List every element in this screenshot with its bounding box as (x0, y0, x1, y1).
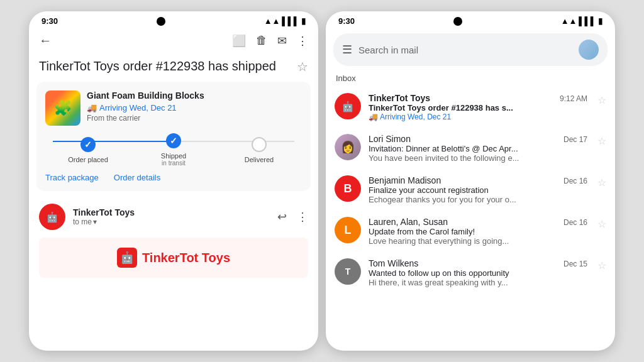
item-header-tom: Tom Wilkens Dec 15 (369, 258, 587, 268)
user-avatar[interactable] (579, 40, 599, 60)
package-carrier: From the carrier (87, 114, 204, 123)
item-content-benjamin: Benjamin Madison Dec 16 Finalize your ac… (369, 175, 587, 204)
email-item-lauren[interactable]: L Lauren, Alan, Susan Dec 16 Update from… (326, 211, 615, 252)
star-lori[interactable]: ☆ (597, 135, 606, 147)
step-order-placed: ✓ Order placed (45, 137, 131, 163)
package-name: Giant Foam Building Blocks (87, 90, 204, 101)
item-subject-benjamin: Finalize your account registration (369, 185, 587, 195)
delete-icon[interactable]: 🗑 (256, 34, 267, 47)
email-brand-banner: 🤖 TinkerTot Toys (39, 238, 308, 278)
truck-icon-list: 🚚 (369, 112, 378, 121)
sender-actions: ↩ ⋮ (277, 210, 308, 224)
item-preview-lori: You have been invited to the following e… (369, 153, 587, 163)
reply-icon[interactable]: ↩ (277, 210, 287, 224)
item-name-lori: Lori Simon (369, 134, 411, 144)
mail-icon[interactable]: ✉ (277, 34, 287, 48)
item-name-tom: Tom Wilkens (369, 258, 418, 268)
phone-email-detail: 9:30 ▲▲ ▌▌▌ ▮ ← ⬜ 🗑 ✉ ⋮ TinkerTot Toys o… (29, 11, 318, 351)
avatar-tom: T (335, 258, 361, 285)
email-item-benjamin[interactable]: B Benjamin Madison Dec 16 Finalize your … (326, 169, 615, 211)
item-header-lauren: Lauren, Alan, Susan Dec 16 (369, 217, 587, 227)
check-icon-2: ✓ (170, 136, 177, 146)
package-header: 🧩 Giant Foam Building Blocks 🚚 Arriving … (45, 90, 302, 126)
email-item-lori[interactable]: 👩 Lori Simon Dec 17 Invitation: Dinner a… (326, 128, 615, 169)
truck-icon: 🚚 (87, 103, 97, 112)
avatar-tinkertot: 🤖 (335, 93, 361, 119)
item-arriving-tinkertot: 🚚 Arriving Wed, Dec 21 (369, 112, 587, 121)
time-2: 9:30 (338, 16, 355, 26)
item-preview-tom: Hi there, it was great speaking with y..… (369, 278, 587, 287)
email-list: 🤖 TinkerTot Toys 9:12 AM TinkerTot Toys … (326, 87, 615, 351)
camera-dot-2 (453, 17, 462, 26)
tracking-links: Track package Order details (45, 173, 302, 182)
more-icon[interactable]: ⋮ (297, 34, 308, 48)
sender-to[interactable]: to me ▾ (73, 217, 270, 226)
brand-logo-icon: 🤖 (117, 248, 137, 268)
step-circle-1: ✓ (80, 137, 96, 152)
email-subject-text: TinkerTot Toys order #122938 has shipped (39, 58, 292, 74)
brand-name: TinkerTot Toys (142, 251, 230, 265)
email-item-tom[interactable]: T Tom Wilkens Dec 15 Wanted to follow up… (326, 252, 615, 293)
lori-avatar-inner: 👩 (335, 134, 361, 160)
package-info: Giant Foam Building Blocks 🚚 Arriving We… (87, 90, 204, 123)
sender-avatar: 🤖 (39, 204, 65, 230)
step-circle-3 (252, 137, 267, 152)
item-name-benjamin: Benjamin Madison (369, 175, 441, 185)
star-tom[interactable]: ☆ (597, 260, 606, 272)
search-bar[interactable]: ☰ Search in mail (333, 33, 608, 66)
item-time-tom: Dec 15 (564, 260, 587, 268)
camera-dot-1 (157, 17, 165, 26)
battery-icon-1: ▮ (301, 16, 306, 26)
wifi-icon-2: ▲▲ (561, 16, 577, 26)
tracking-container: ✓ Order placed ✓ Shipped in transit Deli… (45, 133, 302, 167)
status-bar-2: 9:30 ▲▲ ▌▌▌ ▮ (326, 11, 615, 28)
item-subject-tom: Wanted to follow up on this opportunity (369, 268, 587, 278)
email-subject-area: TinkerTot Toys order #122938 has shipped… (29, 53, 318, 82)
item-content-tom: Tom Wilkens Dec 15 Wanted to follow up o… (369, 258, 587, 287)
star-button[interactable]: ☆ (297, 59, 308, 74)
step-label-1: Order placed (68, 156, 108, 163)
signal-icon-2: ▌▌▌ (579, 16, 596, 26)
status-icons-2: ▲▲ ▌▌▌ ▮ (561, 16, 602, 26)
sender-name: TinkerTot Toys (73, 207, 270, 217)
item-content-lori: Lori Simon Dec 17 Invitation: Dinner at … (369, 134, 587, 163)
sender-more-icon[interactable]: ⋮ (297, 210, 308, 224)
back-button[interactable]: ← (39, 33, 52, 48)
order-details-link[interactable]: Order details (114, 173, 160, 182)
sender-info: TinkerTot Toys to me ▾ (73, 207, 270, 226)
phones-container: 9:30 ▲▲ ▌▌▌ ▮ ← ⬜ 🗑 ✉ ⋮ TinkerTot Toys o… (0, 0, 644, 362)
item-content-tinkertot: TinkerTot Toys 9:12 AM TinkerTot Toys or… (369, 93, 587, 121)
item-header-tinkertot: TinkerTot Toys 9:12 AM (369, 93, 587, 103)
search-input[interactable]: Search in mail (358, 45, 572, 55)
step-sublabel-2: in transit (162, 160, 186, 167)
archive-icon[interactable]: ⬜ (232, 34, 246, 48)
item-time-tinkertot: 9:12 AM (560, 94, 587, 103)
item-time-lori: Dec 17 (564, 135, 587, 144)
item-header-benjamin: Benjamin Madison Dec 16 (369, 175, 587, 185)
item-name-lauren: Lauren, Alan, Susan (369, 217, 448, 227)
item-subject-lauren: Update from the Carol family! (369, 227, 587, 236)
status-bar-1: 9:30 ▲▲ ▌▌▌ ▮ (29, 11, 318, 28)
time-1: 9:30 (42, 16, 58, 26)
item-content-lauren: Lauren, Alan, Susan Dec 16 Update from t… (369, 217, 587, 246)
check-icon-1: ✓ (84, 140, 92, 150)
package-arriving: 🚚 Arriving Wed, Dec 21 (87, 103, 204, 112)
avatar-lori: 👩 (335, 134, 361, 160)
toolbar-icons: ⬜ 🗑 ✉ ⋮ (232, 34, 308, 48)
star-benjamin[interactable]: ☆ (597, 177, 606, 189)
item-subject-tinkertot: TinkerTot Toys order #122938 has s... (369, 103, 587, 112)
star-lauren[interactable]: ☆ (597, 218, 606, 230)
signal-icon-1: ▌▌▌ (282, 16, 299, 26)
track-package-link[interactable]: Track package (45, 173, 99, 182)
package-card: 🧩 Giant Foam Building Blocks 🚚 Arriving … (36, 82, 311, 191)
inbox-label: Inbox (326, 71, 615, 87)
email-item-tinkertot[interactable]: 🤖 TinkerTot Toys 9:12 AM TinkerTot Toys … (326, 87, 615, 128)
star-tinkertot[interactable]: ☆ (597, 94, 606, 106)
avatar-lauren: L (335, 217, 361, 243)
item-preview-benjamin: Echogear thanks you for you for your o..… (369, 195, 587, 204)
item-time-benjamin: Dec 16 (564, 177, 587, 185)
hamburger-icon[interactable]: ☰ (342, 43, 352, 57)
step-delivered: Delivered (216, 137, 302, 163)
step-shipped: ✓ Shipped in transit (131, 133, 216, 167)
sender-row: 🤖 TinkerTot Toys to me ▾ ↩ ⋮ (29, 196, 318, 238)
